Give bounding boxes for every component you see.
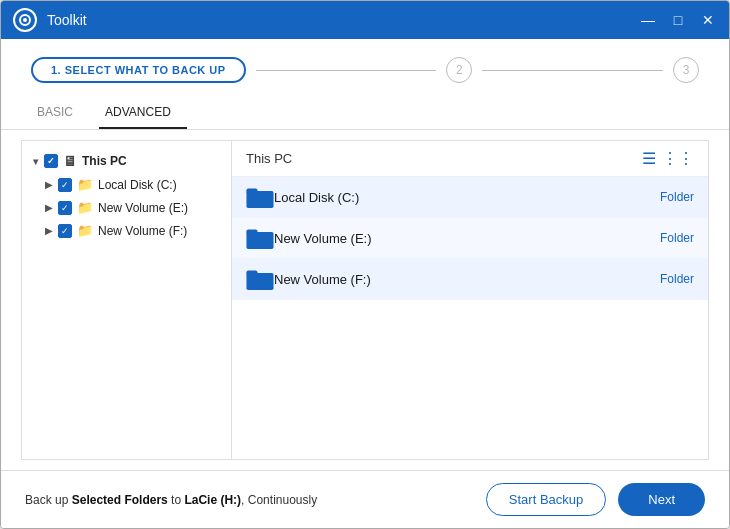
start-backup-button[interactable]: Start Backup [486,483,606,516]
tree-label-2: New Volume (F:) [98,224,187,238]
main-content-area: ▾ ✓ 🖥 This PC ▶ ✓ 📁 Local Disk (C:) ▶ [21,140,709,460]
file-row-1[interactable]: New Volume (E:) Folder [232,218,708,259]
tab-bar: BASIC ADVANCED [1,97,729,130]
file-folder-icon-2 [246,268,274,290]
view-toggle: ☰ ⋮⋮ [642,149,694,168]
tree-root-item[interactable]: ▾ ✓ 🖥 This PC [22,149,231,173]
svg-rect-7 [246,273,273,290]
list-view-icon[interactable]: ☰ [642,149,656,168]
titlebar: Toolkit — □ ✕ [1,1,729,39]
window-controls: — □ ✕ [639,11,717,29]
file-panel-title: This PC [246,151,292,166]
file-panel: This PC ☰ ⋮⋮ Local Disk (C:) Folder [232,141,708,459]
footer-text-prefix: Back up [25,493,72,507]
next-button[interactable]: Next [618,483,705,516]
monitor-icon: 🖥 [63,153,77,169]
tree-item-2[interactable]: ▶ ✓ 📁 New Volume (F:) [22,219,231,242]
tree-expand-2[interactable]: ▶ [42,225,56,236]
file-folder-icon-1 [246,227,274,249]
svg-rect-8 [246,271,257,276]
footer-text-middle: to [168,493,185,507]
tree-panel: ▾ ✓ 🖥 This PC ▶ ✓ 📁 Local Disk (C:) ▶ [22,141,232,459]
tree-expand-0[interactable]: ▶ [42,179,56,190]
file-row-0[interactable]: Local Disk (C:) Folder [232,177,708,218]
tree-checkbox-0[interactable]: ✓ [58,178,72,192]
folder-icon-1: 📁 [77,200,93,215]
folder-icon-0: 📁 [77,177,93,192]
footer-bold-folders: Selected Folders [72,493,168,507]
svg-rect-6 [246,230,257,235]
tree-expand-1[interactable]: ▶ [42,202,56,213]
tree-checkbox-2[interactable]: ✓ [58,224,72,238]
footer-text-suffix: , Continuously [241,493,317,507]
file-list: Local Disk (C:) Folder New Volume (E:) F… [232,177,708,459]
step-line-1 [256,70,437,71]
tree-label-0: Local Disk (C:) [98,178,177,192]
stepper: 1. SELECT WHAT TO BACK UP 2 3 [1,39,729,97]
tree-expand-root[interactable]: ▾ [28,156,42,167]
file-name-0: Local Disk (C:) [274,190,660,205]
minimize-button[interactable]: — [639,11,657,29]
footer-buttons: Start Backup Next [486,483,705,516]
tree-item-0[interactable]: ▶ ✓ 📁 Local Disk (C:) [22,173,231,196]
file-folder-icon-0 [246,186,274,208]
step-1: 1. SELECT WHAT TO BACK UP [31,57,246,83]
step-3: 3 [673,57,699,83]
file-name-2: New Volume (F:) [274,272,660,287]
file-name-1: New Volume (E:) [274,231,660,246]
tree-root-label: This PC [82,154,127,168]
file-type-0: Folder [660,190,694,204]
app-title: Toolkit [47,12,639,28]
folder-icon-2: 📁 [77,223,93,238]
file-panel-header: This PC ☰ ⋮⋮ [232,141,708,177]
maximize-button[interactable]: □ [669,11,687,29]
grid-view-icon[interactable]: ⋮⋮ [662,149,694,168]
file-type-1: Folder [660,231,694,245]
tree-root-checkbox[interactable]: ✓ [44,154,58,168]
close-button[interactable]: ✕ [699,11,717,29]
file-row-2[interactable]: New Volume (F:) Folder [232,259,708,300]
tree-label-1: New Volume (E:) [98,201,188,215]
tab-advanced[interactable]: ADVANCED [99,97,187,129]
footer-bold-dest: LaCie (H:) [184,493,241,507]
app-logo [13,8,37,32]
footer: Back up Selected Folders to LaCie (H:), … [1,470,729,528]
svg-rect-5 [246,232,273,249]
svg-rect-3 [246,191,273,208]
svg-point-2 [23,18,27,22]
step-2: 2 [446,57,472,83]
step-line-2 [482,70,663,71]
file-type-2: Folder [660,272,694,286]
tree-item-1[interactable]: ▶ ✓ 📁 New Volume (E:) [22,196,231,219]
svg-rect-4 [246,189,257,194]
main-window: Toolkit — □ ✕ 1. SELECT WHAT TO BACK UP … [0,0,730,529]
tree-checkbox-1[interactable]: ✓ [58,201,72,215]
footer-info: Back up Selected Folders to LaCie (H:), … [25,493,317,507]
tab-basic[interactable]: BASIC [31,97,89,129]
